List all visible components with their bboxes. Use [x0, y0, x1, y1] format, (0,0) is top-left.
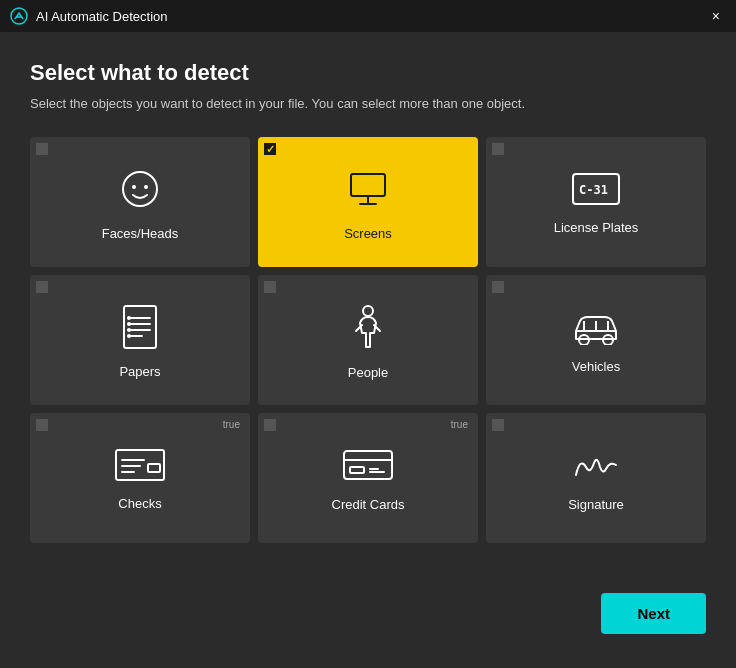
svg-point-18	[127, 334, 131, 338]
people-icon	[348, 303, 388, 355]
screens-item[interactable]: ✓ Screens	[258, 137, 478, 267]
license-plate-icon: C-31	[571, 172, 621, 210]
svg-rect-5	[351, 174, 385, 196]
svg-rect-10	[124, 306, 156, 348]
svg-point-15	[127, 316, 131, 320]
faces-heads-item[interactable]: Faces/Heads	[30, 137, 250, 267]
page-title: Select what to detect	[30, 60, 706, 86]
content-area: Select what to detect Select the objects…	[0, 32, 736, 583]
people-item[interactable]: People	[258, 275, 478, 405]
footer: Next	[0, 593, 736, 634]
faces-heads-label: Faces/Heads	[102, 226, 179, 241]
detection-grid: Faces/Heads ✓ Screens C-31	[30, 137, 706, 543]
selection-mark-license	[492, 143, 504, 155]
page-subtitle: Select the objects you want to detect in…	[30, 96, 706, 111]
vehicles-label: Vehicles	[572, 359, 620, 374]
checks-item[interactable]: true Checks	[30, 413, 250, 543]
license-plates-item[interactable]: C-31 License Plates	[486, 137, 706, 267]
title-bar: AI Automatic Detection ×	[0, 0, 736, 32]
svg-point-17	[127, 328, 131, 332]
svg-point-4	[144, 185, 148, 189]
selection-mark-people	[264, 281, 276, 293]
app-logo-icon	[10, 7, 28, 25]
svg-point-3	[132, 185, 136, 189]
svg-rect-28	[344, 451, 392, 479]
people-label: People	[348, 365, 388, 380]
app-title: AI Automatic Detection	[36, 9, 168, 24]
license-plates-label: License Plates	[554, 220, 639, 235]
svg-point-0	[11, 8, 27, 24]
signature-icon	[570, 447, 622, 487]
selection-mark-checks	[36, 419, 48, 431]
checks-beta-label: true	[223, 419, 240, 430]
credit-cards-label: Credit Cards	[332, 497, 405, 512]
vehicles-item[interactable]: Vehicles	[486, 275, 706, 405]
selection-mark-credit-cards	[264, 419, 276, 431]
svg-point-16	[127, 322, 131, 326]
credit-cards-beta-label: true	[451, 419, 468, 430]
credit-cards-item[interactable]: true Credit Cards	[258, 413, 478, 543]
papers-icon	[120, 304, 160, 354]
selection-mark-papers	[36, 281, 48, 293]
svg-rect-30	[350, 467, 364, 473]
svg-text:C-31: C-31	[579, 183, 608, 197]
checks-label: Checks	[118, 496, 161, 511]
next-button[interactable]: Next	[601, 593, 706, 634]
screen-icon	[345, 166, 391, 216]
vehicles-icon	[570, 309, 622, 349]
close-button[interactable]: ×	[706, 7, 726, 25]
selection-mark-vehicles	[492, 281, 504, 293]
credit-cards-icon	[342, 447, 394, 487]
selection-mark-signature	[492, 419, 504, 431]
svg-point-2	[123, 172, 157, 206]
title-bar-left: AI Automatic Detection	[10, 7, 168, 25]
svg-rect-27	[148, 464, 160, 472]
selection-mark-screens: ✓	[264, 143, 276, 155]
papers-item[interactable]: Papers	[30, 275, 250, 405]
svg-point-19	[363, 306, 373, 316]
signature-label: Signature	[568, 497, 624, 512]
face-icon	[117, 166, 163, 216]
selection-mark-faces	[36, 143, 48, 155]
checks-icon	[114, 448, 166, 486]
signature-item[interactable]: Signature	[486, 413, 706, 543]
screens-label: Screens	[344, 226, 392, 241]
papers-label: Papers	[119, 364, 160, 379]
